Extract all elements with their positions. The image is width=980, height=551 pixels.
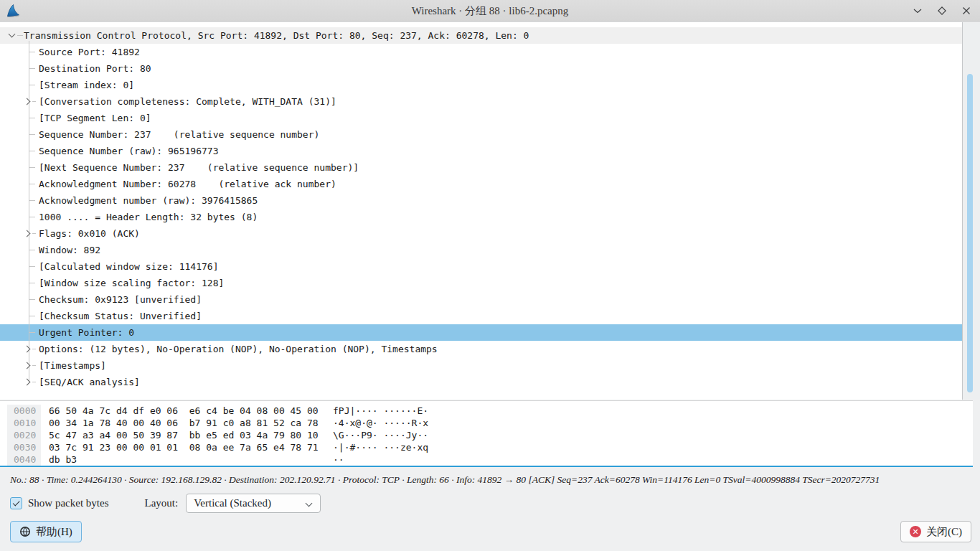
tree-row[interactable]: 1000 .... = Header Length: 32 bytes (8) — [0, 209, 962, 225]
tree-row[interactable]: Window: 892 — [0, 242, 962, 258]
tree-row[interactable]: Sequence Number: 237 (relative sequence … — [0, 126, 962, 143]
layout-selected-value: Vertical (Stacked) — [194, 497, 271, 509]
close-dialog-button[interactable]: ✕ 关闭(C) — [900, 521, 971, 542]
tree-row-label: Window: 892 — [0, 245, 100, 255]
hex-bytes[interactable]: db b3 — [49, 454, 326, 465]
tree-row[interactable]: Flags: 0x010 (ACK) — [0, 225, 962, 242]
tree-row-label: Flags: 0x010 (ACK) — [0, 228, 140, 239]
checkmark-icon — [13, 499, 20, 506]
close-dialog-icon: ✕ — [910, 526, 921, 537]
hex-offset: 0000 — [7, 405, 41, 417]
hex-offset: 0010 — [7, 417, 41, 429]
tree-row[interactable]: Destination Port: 80 — [0, 60, 962, 77]
hex-row[interactable]: 0000 66 50 4a 7c d4 df e0 06 e6 c4 be 04… — [0, 405, 973, 417]
layout-select[interactable]: Vertical (Stacked) — [186, 494, 321, 513]
tree-row-label: [Next Sequence Number: 237 (relative seq… — [0, 162, 359, 173]
tree-row-label: [Timestamps] — [0, 360, 106, 371]
tree-row-label: Transmission Control Protocol, Src Port:… — [0, 30, 529, 41]
minimize-icon — [913, 8, 922, 14]
hex-ascii[interactable]: ·|·#···· ···ze·xq — [333, 442, 428, 453]
hex-bytes[interactable]: 03 7c 91 23 00 00 01 01 08 0a ee 7a 65 e… — [49, 442, 326, 453]
hex-bytes[interactable]: 5c 47 a3 a4 00 50 39 87 bb e5 ed 03 4a 7… — [49, 430, 326, 441]
tree-row-root[interactable]: Transmission Control Protocol, Src Port:… — [0, 27, 962, 44]
tree-row-label: Acknowledgment Number: 60278 (relative a… — [0, 179, 336, 189]
tree-row-label: [Stream index: 0] — [0, 80, 134, 90]
tree-row-label: Urgent Pointer: 0 — [0, 327, 134, 338]
tree-row[interactable]: [Stream index: 0] — [0, 77, 962, 93]
tree-row-label: Source Port: 41892 — [0, 47, 140, 57]
tree-row-selected[interactable]: Urgent Pointer: 0 — [0, 324, 962, 341]
tree-row-label: Destination Port: 80 — [0, 63, 151, 74]
help-button[interactable]: 帮助(H) — [10, 521, 82, 542]
close-button-label: 关闭(C) — [926, 525, 962, 539]
hex-row[interactable]: 0030 03 7c 91 23 00 00 01 01 08 0a ee 7a… — [0, 441, 973, 453]
tree-row[interactable]: Options: (12 bytes), No-Operation (NOP),… — [0, 341, 962, 357]
packet-bytes-pane: 0000 66 50 4a 7c d4 df e0 06 e6 c4 be 04… — [0, 400, 973, 467]
help-icon — [19, 526, 31, 537]
tree-row[interactable]: [Timestamps] — [0, 357, 962, 374]
close-window-button[interactable] — [958, 3, 974, 19]
tree-row[interactable]: [Next Sequence Number: 237 (relative seq… — [0, 159, 962, 176]
hex-ascii[interactable]: fPJ|···· ······E· — [333, 405, 428, 416]
hex-row[interactable]: 0010 00 34 1a 78 40 00 40 06 b7 91 c0 a8… — [0, 417, 973, 429]
tree-row[interactable]: [Calculated window size: 114176] — [0, 258, 962, 275]
hex-bytes[interactable]: 66 50 4a 7c d4 df e0 06 e6 c4 be 04 08 0… — [49, 405, 326, 416]
packet-detail-tree: Transmission Control Protocol, Src Port:… — [0, 22, 962, 400]
show-packet-bytes-label[interactable]: Show packet bytes — [28, 497, 108, 509]
tree-row[interactable]: Sequence Number (raw): 965196773 — [0, 143, 962, 159]
packet-summary-line: No.: 88 · Time: 0.244264130 · Source: 19… — [10, 474, 971, 486]
maximize-icon — [937, 6, 947, 16]
tree-row[interactable]: Checksum: 0x9123 [unverified] — [0, 291, 962, 308]
hex-ascii[interactable]: ·· — [333, 454, 344, 465]
help-button-label: 帮助(H) — [36, 525, 72, 539]
layout-label: Layout: — [144, 497, 178, 509]
tree-row-label: [SEQ/ACK analysis] — [0, 377, 140, 387]
tree-row[interactable]: [SEQ/ACK analysis] — [0, 374, 962, 390]
tree-row[interactable]: [Window size scaling factor: 128] — [0, 275, 962, 291]
tree-row[interactable]: Source Port: 41892 — [0, 44, 962, 60]
tree-row-label: Options: (12 bytes), No-Operation (NOP),… — [0, 344, 438, 354]
close-icon — [962, 6, 971, 15]
hex-offset: 0020 — [7, 429, 41, 441]
title-bar: Wireshark · 分组 88 · lib6-2.pcapng — [0, 0, 980, 22]
tree-row[interactable]: Acknowledgment number (raw): 3976415865 — [0, 192, 962, 209]
hex-row[interactable]: 0020 5c 47 a3 a4 00 50 39 87 bb e5 ed 03… — [0, 429, 973, 441]
dialog-controls: Show packet bytes Layout: Vertical (Stac… — [10, 493, 321, 513]
show-packet-bytes-checkbox[interactable] — [10, 497, 22, 509]
scrollbar[interactable] — [962, 22, 980, 400]
hex-offset: 0030 — [7, 441, 41, 453]
hex-ascii[interactable]: \G···P9· ····Jy·· — [333, 430, 428, 441]
tree-row-label: Sequence Number: 237 (relative sequence … — [0, 129, 319, 140]
tree-row[interactable]: Acknowledgment Number: 60278 (relative a… — [0, 176, 962, 192]
minimize-button[interactable] — [910, 3, 925, 19]
tree-row-label: [TCP Segment Len: 0] — [0, 113, 151, 123]
window-title: Wireshark · 分组 88 · lib6-2.pcapng — [0, 0, 980, 22]
hex-bytes[interactable]: 00 34 1a 78 40 00 40 06 b7 91 c0 a8 81 5… — [49, 418, 326, 428]
hex-ascii[interactable]: ·4·x@·@· ·····R·x — [333, 418, 428, 428]
tree-row-label: 1000 .... = Header Length: 32 bytes (8) — [0, 212, 258, 222]
tree-row[interactable]: [Checksum Status: Unverified] — [0, 308, 962, 324]
tree-row-label: [Conversation completeness: Complete, WI… — [0, 96, 336, 107]
tree-row[interactable]: [Conversation completeness: Complete, WI… — [0, 93, 962, 110]
hex-offset: 0040 — [7, 453, 41, 466]
maximize-button[interactable] — [934, 3, 950, 19]
tree-row[interactable]: [TCP Segment Len: 0] — [0, 110, 962, 126]
tree-row-label: Acknowledgment number (raw): 3976415865 — [0, 195, 258, 206]
scrollbar-thumb[interactable] — [967, 74, 973, 392]
hex-row[interactable]: 0040 db b3 ·· — [0, 453, 973, 466]
chevron-down-icon — [306, 499, 313, 507]
